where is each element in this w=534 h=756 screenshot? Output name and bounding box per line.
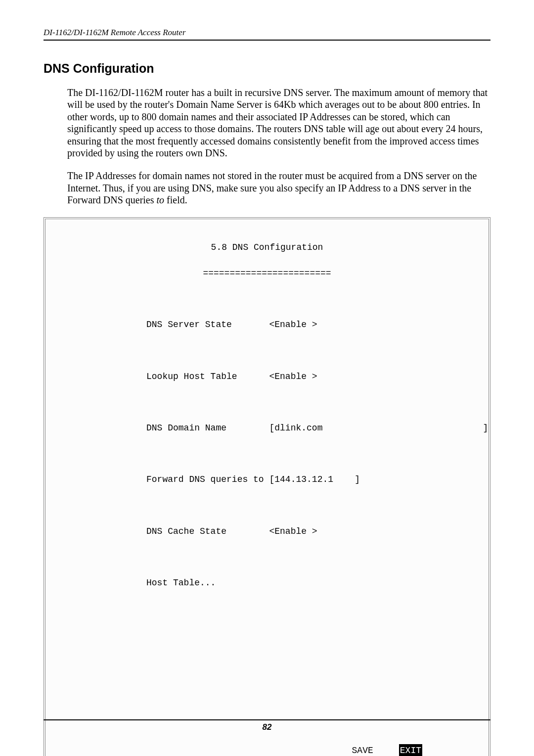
dns-domain-name-value[interactable]: [dlink.com [269, 423, 322, 433]
dns-domain-name-close: ] [483, 423, 489, 433]
paragraph-1: The DI-1162/DI-1162M router has a built … [67, 87, 490, 159]
terminal-title: 5.8 DNS Configuration [52, 241, 482, 254]
forward-dns-label: Forward DNS queries to [146, 474, 264, 484]
paragraph-2-italic: to [157, 194, 165, 205]
section-heading: DNS Configuration [44, 61, 490, 76]
terminal-underline: ======================== [52, 267, 482, 280]
terminal-screenshot: 5.8 DNS Configuration ==================… [44, 217, 490, 756]
dns-server-state-value[interactable]: <Enable > [269, 320, 317, 330]
dns-server-state-label: DNS Server State [146, 320, 232, 330]
dns-domain-name-label: DNS Domain Name [146, 423, 226, 433]
header-rule [44, 40, 490, 41]
dns-cache-state-value[interactable]: <Enable > [269, 526, 317, 536]
exit-button[interactable]: EXIT [399, 744, 422, 756]
paragraph-2a: The IP Addresses for domain names not st… [67, 170, 477, 205]
forward-dns-value[interactable]: [144.13.12.1 ] [269, 474, 360, 484]
footer-rule [44, 719, 490, 720]
paragraph-2b: field. [164, 194, 187, 205]
dns-cache-state-label: DNS Cache State [146, 526, 226, 536]
page-number: 82 [44, 722, 490, 732]
running-header: DI-1162/DI-1162M Remote Access Router [44, 28, 490, 38]
lookup-host-table-value[interactable]: <Enable > [269, 372, 317, 381]
host-table-item[interactable]: Host Table... [146, 578, 216, 588]
save-button[interactable]: SAVE [352, 744, 373, 756]
paragraph-2: The IP Addresses for domain names not st… [67, 170, 490, 206]
lookup-host-table-label: Lookup Host Table [146, 372, 237, 381]
